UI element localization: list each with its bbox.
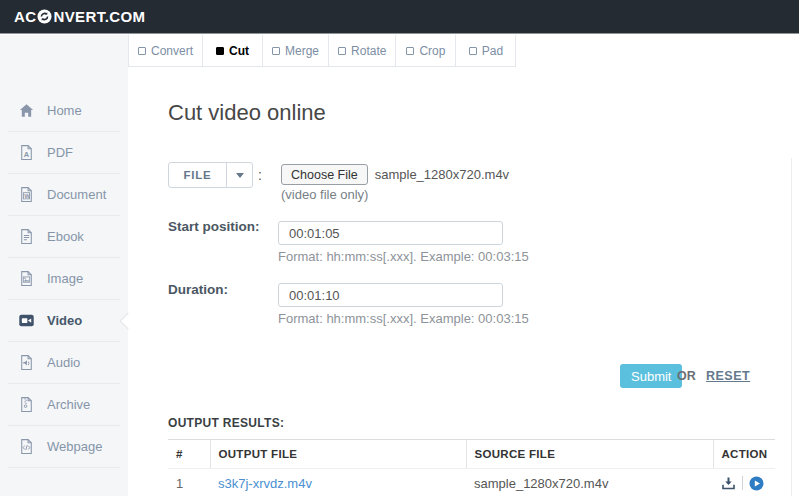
sidebar-item-label: Image <box>47 271 83 286</box>
mode-tabbar: Convert Cut Merge Rotate Crop Pad <box>128 35 516 67</box>
download-button[interactable] <box>721 476 736 491</box>
sidebar-item-audio[interactable]: Audio <box>8 342 120 384</box>
duration-input[interactable] <box>278 283 503 307</box>
play-button[interactable] <box>749 476 764 491</box>
tab-label: Pad <box>482 44 503 58</box>
brand-suffix: NVERT.COM <box>53 8 145 25</box>
video-file-icon <box>18 312 35 329</box>
output-results-table: # OUTPUT FILE SOURCE FILE ACTION 1 s3k7j… <box>168 439 775 496</box>
sidebar-item-webpage[interactable]: Webpage <box>8 426 120 468</box>
start-position-input[interactable] <box>278 221 503 245</box>
selected-file-name: sample_1280x720.m4v <box>375 167 509 182</box>
column-header-output-file: OUTPUT FILE <box>210 440 466 469</box>
top-header: AC NVERT.COM <box>0 0 799 34</box>
checkbox-square-icon <box>272 47 280 55</box>
tab-rotate[interactable]: Rotate <box>329 35 396 67</box>
sidebar-item-label: Webpage <box>47 439 102 454</box>
sidebar-item-document[interactable]: W Document <box>8 174 120 216</box>
tab-label: Rotate <box>351 44 386 58</box>
duration-hint: Format: hh:mm:ss[.xxx]. Example: 00:03:1… <box>278 311 529 326</box>
archive-file-icon <box>18 396 35 413</box>
sidebar-nav: Home A PDF W Document Ebook <box>0 35 128 496</box>
webpage-file-icon <box>18 438 35 455</box>
page-title: Cut video online <box>168 100 326 126</box>
checkbox-square-icon <box>338 47 346 55</box>
sidebar-item-video[interactable]: Video <box>8 300 120 342</box>
home-icon <box>18 102 35 119</box>
start-position-label: Start position: <box>168 219 260 234</box>
sidebar-item-label: Document <box>47 187 106 202</box>
sidebar-item-label: Video <box>47 313 82 328</box>
svg-text:W: W <box>24 193 30 199</box>
checkbox-square-icon <box>469 47 477 55</box>
tab-merge[interactable]: Merge <box>263 35 329 67</box>
reset-link[interactable]: RESET <box>706 369 750 383</box>
word-document-icon: W <box>18 186 35 203</box>
column-header-index: # <box>168 440 210 469</box>
caret-down-icon <box>236 173 244 178</box>
or-label: OR <box>677 369 696 383</box>
download-icon <box>721 476 736 491</box>
ebook-icon <box>18 228 35 245</box>
brand-prefix: AC <box>14 8 36 25</box>
row-index: 1 <box>168 469 210 496</box>
sidebar-item-image[interactable]: Image <box>8 258 120 300</box>
sidebar-item-pdf[interactable]: A PDF <box>8 132 120 174</box>
file-input-row: Choose File sample_1280x720.m4v <box>281 164 509 185</box>
brand-logo[interactable]: AC NVERT.COM <box>14 8 145 25</box>
tab-convert[interactable]: Convert <box>129 35 203 67</box>
sync-icon <box>37 9 52 24</box>
duration-label: Duration: <box>168 282 228 297</box>
tab-crop[interactable]: Crop <box>396 35 456 67</box>
sidebar-item-label: Ebook <box>47 229 84 244</box>
choose-file-button[interactable]: Choose File <box>281 164 368 185</box>
sidebar-item-home[interactable]: Home <box>8 90 120 132</box>
sidebar-item-label: Home <box>47 103 82 118</box>
sidebar-item-label: Audio <box>47 355 80 370</box>
output-results-title: OUTPUT RESULTS: <box>168 416 284 430</box>
tab-label: Crop <box>419 44 445 58</box>
file-row-separator: : <box>258 167 262 183</box>
checkbox-square-icon <box>138 47 146 55</box>
tab-label: Convert <box>151 44 193 58</box>
checkbox-square-icon <box>406 47 414 55</box>
file-type-note: (video file only) <box>281 187 368 202</box>
play-icon <box>749 476 764 491</box>
sidebar-item-label: PDF <box>47 145 73 160</box>
column-header-action: ACTION <box>713 440 775 469</box>
start-position-hint: Format: hh:mm:ss[.xxx]. Example: 00:03:1… <box>278 249 529 264</box>
cut-video-page: { "header": { "brand_prefix": "AC", "bra… <box>0 0 799 496</box>
dropdown-caret[interactable] <box>226 163 252 187</box>
table-row: 1 s3k7j-xrvdz.m4v sample_1280x720.m4v <box>168 469 775 496</box>
svg-text:A: A <box>24 150 30 159</box>
action-divider <box>742 476 743 490</box>
source-file-name: sample_1280x720.m4v <box>466 469 713 496</box>
sidebar-item-ebook[interactable]: Ebook <box>8 216 120 258</box>
right-edge-rule <box>791 158 792 496</box>
table-header-row: # OUTPUT FILE SOURCE FILE ACTION <box>168 440 775 469</box>
file-source-dropdown[interactable]: FILE <box>168 162 253 188</box>
file-source-label: FILE <box>169 163 226 187</box>
tab-cut[interactable]: Cut <box>203 35 263 67</box>
output-file-link[interactable]: s3k7j-xrvdz.m4v <box>218 476 312 491</box>
column-header-source-file: SOURCE FILE <box>466 440 713 469</box>
image-file-icon <box>18 270 35 287</box>
tab-label: Cut <box>229 44 249 58</box>
sidebar-item-label: Archive <box>47 397 90 412</box>
sidebar-item-archive[interactable]: Archive <box>8 384 120 426</box>
pdf-file-icon: A <box>18 144 35 161</box>
submit-button[interactable]: Submit <box>620 364 682 388</box>
tab-label: Merge <box>285 44 319 58</box>
row-actions <box>721 476 775 491</box>
tab-pad[interactable]: Pad <box>456 35 516 67</box>
audio-file-icon <box>18 354 35 371</box>
checkbox-square-filled-icon <box>216 47 224 55</box>
